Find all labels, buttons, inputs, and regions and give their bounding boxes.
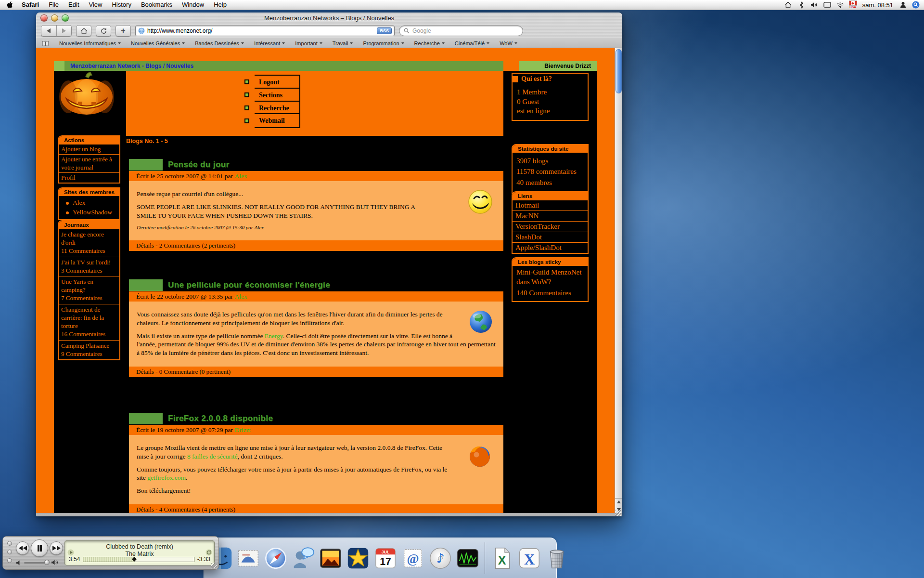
post-title[interactable]: Pensée du jour — [168, 160, 229, 170]
menu-window[interactable]: Window — [177, 0, 209, 10]
previous-track-button[interactable] — [16, 541, 29, 555]
waveform-app-icon[interactable] — [455, 546, 480, 571]
progress-bar[interactable] — [83, 557, 194, 562]
link-apple-slashdot[interactable]: Apple/SlashDot — [513, 242, 588, 253]
post-title[interactable]: FireFox 2.0.0.8 disponible — [168, 414, 273, 423]
getfirefox-link[interactable]: getfirefox.com — [147, 474, 186, 481]
wifi-icon[interactable] — [836, 0, 845, 9]
menu-bookmarks[interactable]: Bookmarks — [136, 0, 177, 10]
photos-icon[interactable] — [318, 546, 343, 571]
nav-item-webmail[interactable]: Webmail — [244, 114, 300, 127]
journal-entry[interactable]: Camping Plaisance 9 Commentaires — [59, 340, 119, 360]
menu-help[interactable]: Help — [209, 0, 231, 10]
nav-item-sections[interactable]: Sections — [244, 88, 300, 101]
post-details-link[interactable]: Détails - 2 Commentaires (2 pertinents) — [129, 240, 503, 251]
add-bookmark-button[interactable] — [116, 25, 131, 37]
window-title-bar[interactable]: Menzoberranzan Networks – Blogs / Nouvel… — [36, 13, 622, 23]
back-button[interactable] — [41, 26, 57, 36]
scrollbar-thumb[interactable] — [616, 49, 622, 93]
journal-entry[interactable]: Je change encore d'ordi 11 Commentaires — [59, 229, 119, 257]
security-flaws-link[interactable]: 8 failles de sécurité — [187, 453, 238, 460]
apple-menu[interactable] — [0, 1, 17, 9]
reload-button[interactable] — [96, 25, 111, 37]
safari-icon[interactable] — [263, 546, 288, 571]
next-track-button[interactable] — [50, 541, 63, 555]
office-x-icon[interactable]: X — [517, 546, 542, 571]
link-slashdot[interactable]: SlashDot — [513, 232, 588, 242]
action-profil[interactable]: Profil — [59, 172, 119, 183]
address-bar[interactable]: http://www.menzonet.org/ RSS — [135, 26, 395, 36]
input-flag-icon[interactable]: CSA — [849, 0, 857, 9]
link-versiontracker[interactable]: VersionTracker — [513, 221, 588, 232]
post-details-link[interactable]: Détails - 0 Commentaire (0 pertinent) — [129, 367, 503, 377]
home-button[interactable] — [76, 25, 91, 37]
url-text[interactable]: http://www.menzonet.org/ — [147, 27, 212, 34]
search-field[interactable]: Google — [399, 26, 523, 36]
bookmarks-book-icon[interactable] — [42, 40, 49, 46]
bookmark-folder-recherche[interactable]: Recherche — [414, 40, 445, 46]
bookmark-folder-nouvelles-generales[interactable]: Nouvelles Générales — [131, 40, 185, 46]
close-button[interactable] — [40, 14, 48, 22]
itunes-resize-grip[interactable] — [211, 563, 217, 568]
bookmark-folder-wow[interactable]: WoW — [500, 40, 517, 46]
menu-file[interactable]: File — [44, 0, 64, 10]
display-icon[interactable] — [823, 0, 832, 9]
zoom-button[interactable] — [62, 14, 69, 22]
itunes-icon[interactable]: ♪ — [428, 546, 453, 571]
menu-edit[interactable]: Edit — [64, 0, 84, 10]
itunes-minimize-button[interactable] — [7, 550, 12, 554]
journal-entry[interactable]: Une Yaris en camping? 7 Commentaires — [59, 276, 119, 304]
post-details-link[interactable]: Détails - 4 Commentaires (4 pertinents) — [129, 504, 503, 513]
scroll-up-button[interactable] — [617, 500, 621, 503]
mail-stamp-icon[interactable] — [236, 546, 261, 571]
comic-star-icon[interactable] — [346, 546, 371, 571]
menu-bar-clock[interactable]: sam. 08:51 — [861, 1, 894, 9]
minimize-button[interactable] — [51, 14, 58, 22]
repeat-icon[interactable] — [205, 549, 212, 556]
journal-entry[interactable]: Changement de carrière: fin de la tortur… — [59, 304, 119, 340]
menu-view[interactable]: View — [84, 0, 107, 10]
pause-button[interactable] — [31, 539, 48, 557]
energy-link[interactable]: Energy — [265, 332, 283, 340]
calendar-icon[interactable]: JUL17 — [373, 546, 398, 571]
rss-badge[interactable]: RSS — [377, 27, 392, 35]
bookmark-folder-travail[interactable]: Travail — [333, 40, 353, 46]
post-title[interactable]: Une pellicule pour économiser l'énergie — [168, 280, 330, 290]
volume-icon[interactable] — [810, 0, 819, 9]
action-add-blog[interactable]: Ajouter un blog — [59, 144, 119, 154]
bluetooth-icon[interactable] — [797, 0, 806, 9]
action-add-journal-entry[interactable]: Ajouter une entrée à votre journal — [59, 154, 119, 172]
nav-item-logout[interactable]: Logout — [244, 75, 300, 88]
bookmark-folder-interessant[interactable]: Intéressant — [254, 40, 285, 46]
sticky-blog-comments[interactable]: 140 Commentaires — [513, 288, 588, 298]
bookmark-folder-nouvelles-informatiques[interactable]: Nouvelles Informatiques — [59, 40, 121, 46]
user-switch-icon[interactable] — [898, 0, 907, 9]
link-hotmail[interactable]: Hotmail — [513, 200, 588, 210]
menu-history[interactable]: History — [107, 0, 136, 10]
bookmark-folder-programmation[interactable]: Programmation — [363, 40, 404, 46]
author-link[interactable]: Drizzt — [234, 426, 251, 434]
bookmark-folder-cinema-tele[interactable]: Cinéma/Télé — [455, 40, 489, 46]
excel-icon[interactable]: X — [489, 546, 514, 571]
bookmark-folder-bandes-dessinees[interactable]: Bandes Dessinées — [195, 40, 244, 46]
sticky-blog-link[interactable]: Mini-Guild MenzoNet dans WoW? — [513, 267, 588, 288]
member-site-alex[interactable]: Alex — [59, 198, 119, 208]
vertical-scrollbar[interactable] — [615, 48, 622, 513]
forward-button[interactable] — [57, 26, 72, 36]
home-sync-icon[interactable] — [784, 0, 793, 9]
itunes-close-button[interactable] — [7, 541, 12, 546]
at-stamp-icon[interactable]: @ — [400, 546, 425, 571]
window-resize-grip[interactable] — [615, 510, 621, 516]
itunes-zoom-button[interactable] — [7, 558, 12, 563]
author-link[interactable]: Alex — [234, 172, 247, 180]
journal-entry[interactable]: J'ai la TV sur l'ordi! 3 Commentaires — [59, 257, 119, 276]
nav-item-recherche[interactable]: Recherche — [244, 101, 300, 114]
link-macnn[interactable]: MacNN — [513, 210, 588, 221]
author-link[interactable]: Alex — [234, 293, 247, 301]
menu-safari[interactable]: Safari — [17, 0, 44, 10]
ichat-icon[interactable] — [291, 546, 316, 571]
volume-knob[interactable] — [44, 560, 50, 565]
member-site-yellowshadow[interactable]: YellowShadow — [59, 208, 119, 217]
trash-icon[interactable] — [544, 546, 569, 571]
spotlight-icon[interactable] — [911, 0, 920, 9]
